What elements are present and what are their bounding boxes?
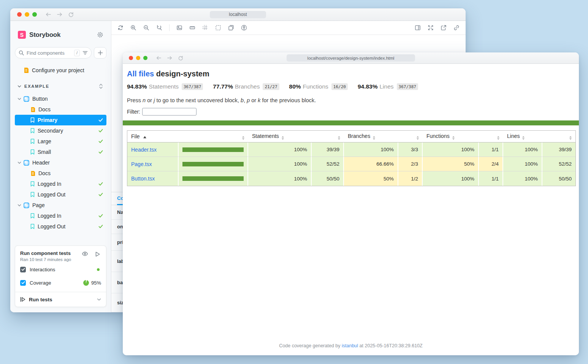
summary-statements: 94.83% Statements 367/387: [127, 83, 203, 90]
fraction-badge: 367/387: [397, 83, 418, 90]
sidebar-item-logged-in[interactable]: Logged In: [15, 179, 106, 189]
col-header-bar[interactable]: [179, 131, 248, 142]
zoom-out-icon[interactable]: [143, 25, 149, 31]
sidebar-item-label: Logged Out: [38, 191, 65, 198]
sort-icon[interactable]: [452, 136, 455, 140]
sidebar-item-header[interactable]: Header: [15, 157, 106, 168]
canvas-toolbar: [111, 21, 466, 35]
zoom-window-button[interactable]: [32, 12, 37, 17]
sort-icon[interactable]: [522, 136, 525, 140]
file-link[interactable]: Page.tsx: [131, 161, 152, 167]
minimize-window-button[interactable]: [136, 56, 140, 60]
sort-icon[interactable]: [569, 136, 572, 140]
forward-icon[interactable]: [57, 12, 63, 17]
statements-raw: 52/52: [312, 157, 344, 171]
sidebar-item-label: Logged In: [38, 213, 61, 219]
sidebar-item-logged-out[interactable]: Logged Out: [15, 221, 106, 232]
create-new-story-button[interactable]: [94, 47, 106, 59]
component-icon: [24, 160, 29, 166]
sort-icon[interactable]: [417, 136, 419, 140]
close-window-button[interactable]: [129, 56, 133, 60]
accessibility-icon[interactable]: [241, 25, 247, 31]
functions-pct: 100%: [423, 142, 479, 157]
back-icon[interactable]: [45, 12, 51, 17]
zoom-in-icon[interactable]: [130, 25, 136, 31]
test-pass-check-icon: [98, 118, 103, 122]
sidebar-item-docs[interactable]: Docs: [15, 104, 106, 115]
sidebar-item-large[interactable]: Large: [15, 136, 106, 147]
sidebar-item-docs[interactable]: Docs: [15, 168, 106, 179]
sort-icon[interactable]: [373, 136, 375, 140]
col-header-statements-raw[interactable]: [312, 131, 344, 142]
col-header-functions-raw[interactable]: [479, 131, 503, 142]
filter-icon[interactable]: [82, 51, 88, 55]
story-bookmark-icon: [30, 224, 35, 229]
backgrounds-icon[interactable]: [176, 25, 182, 31]
collapse-expand-all-icon[interactable]: [99, 84, 103, 89]
url-bar[interactable]: localhost/coverage/design-system/index.h…: [287, 54, 415, 62]
file-link[interactable]: Button.tsx: [131, 176, 155, 182]
sidebar-item-label: Logged Out: [38, 223, 65, 229]
grid-icon[interactable]: [202, 25, 208, 31]
sidebar-item-page[interactable]: Page: [15, 200, 106, 210]
test-filter-coverage: Coverage95%: [15, 277, 106, 288]
sidebar-section-example[interactable]: EXAMPLE: [15, 83, 106, 90]
search-icon: [19, 50, 24, 55]
file-link[interactable]: Header.tsx: [131, 147, 157, 153]
file-cell: Page.tsx: [127, 157, 179, 171]
url-bar[interactable]: localhost: [210, 11, 266, 18]
sidebar-item-secondary[interactable]: Secondary: [15, 125, 106, 136]
lines-pct: 100%: [503, 142, 542, 157]
sidebar-item-logged-out[interactable]: Logged Out: [15, 189, 106, 200]
sidebar-item-small[interactable]: Small: [15, 147, 106, 157]
back-icon[interactable]: [156, 55, 162, 61]
close-window-button[interactable]: [17, 12, 22, 17]
run-tests-button[interactable]: Run tests: [15, 292, 106, 307]
zoom-reset-icon[interactable]: [156, 25, 162, 31]
fullscreen-icon[interactable]: [428, 25, 434, 31]
search-input[interactable]: Find components /: [15, 47, 92, 59]
sort-icon[interactable]: [282, 136, 284, 140]
coverage-window-titlebar: localhost/coverage/design-system/index.h…: [123, 52, 579, 64]
col-header-lines[interactable]: Lines: [503, 131, 542, 142]
measure-icon[interactable]: [189, 25, 195, 31]
test-widget-title: Run component tests: [20, 250, 82, 256]
checkbox-checked[interactable]: [20, 267, 26, 272]
sidebar-item-logged-in[interactable]: Logged In: [15, 210, 106, 221]
sort-icon[interactable]: [242, 136, 244, 140]
gear-icon[interactable]: [97, 32, 103, 38]
watch-mode-eye-icon[interactable]: [82, 252, 88, 256]
istanbul-link[interactable]: istanbul: [342, 343, 358, 348]
minimize-window-button[interactable]: [25, 12, 29, 17]
checkbox-checked[interactable]: [20, 280, 26, 286]
reload-icon[interactable]: [178, 55, 183, 61]
remount-icon[interactable]: [117, 25, 124, 31]
sidebar-item-configure-your-project[interactable]: Configure your project: [10, 67, 111, 73]
viewport-icon[interactable]: [228, 25, 234, 31]
lines-raw: 39/39: [542, 142, 575, 157]
story-bookmark-icon: [30, 192, 35, 197]
outline-icon[interactable]: [215, 25, 221, 31]
panel-toggle-icon[interactable]: [415, 25, 421, 31]
sidebar-item-primary[interactable]: Primary: [15, 115, 106, 125]
coverage-status-bar: [123, 120, 579, 125]
all-files-breadcrumb-link[interactable]: All files: [127, 70, 154, 78]
col-header-statements[interactable]: Statements: [248, 131, 312, 142]
reload-icon[interactable]: [68, 12, 74, 17]
open-external-icon[interactable]: [441, 25, 447, 31]
col-header-lines-raw[interactable]: [542, 131, 575, 142]
col-header-file[interactable]: File: [127, 131, 179, 142]
copy-link-icon[interactable]: [453, 25, 460, 31]
col-header-branches[interactable]: Branches: [344, 131, 398, 142]
col-header-branches-raw[interactable]: [398, 131, 423, 142]
sort-icon[interactable]: [338, 136, 340, 140]
sidebar-item-button[interactable]: Button: [15, 93, 106, 104]
sort-icon[interactable]: [497, 136, 499, 140]
run-tests-play-icon[interactable]: [95, 252, 100, 257]
filter-input[interactable]: [142, 108, 197, 116]
chevron-down-icon[interactable]: [97, 298, 101, 301]
forward-icon[interactable]: [167, 55, 173, 61]
test-pass-check-icon: [98, 139, 103, 143]
col-header-functions[interactable]: Functions: [423, 131, 479, 142]
zoom-window-button[interactable]: [143, 56, 147, 60]
